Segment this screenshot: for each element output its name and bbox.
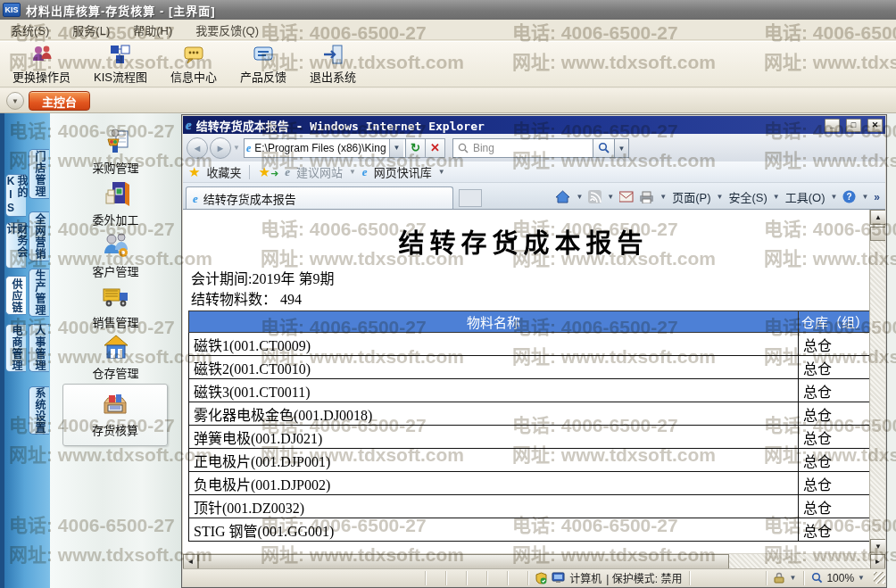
web-slice-gallery-button[interactable]: 网页快讯库 (374, 163, 432, 180)
inventory-accounting-icon (101, 390, 129, 418)
menu-system[interactable]: 系统(S) (11, 21, 49, 38)
close-button[interactable]: ✕ (867, 119, 883, 132)
search-placeholder: Bing (473, 142, 494, 154)
sidebar-item-my-kis[interactable]: 我的KIS (5, 174, 26, 217)
material-name-cell: 磁铁2(001.CT0010) (189, 356, 799, 379)
new-tab-stub[interactable] (459, 189, 482, 207)
module-procurement[interactable]: 采购管理 (50, 128, 181, 176)
address-field[interactable]: e E:\Program Files (x86)\Kingdee\K3ERP\K… (244, 138, 406, 158)
scroll-up-button[interactable]: ▲ (870, 210, 885, 225)
switch-operator-button[interactable]: 更换操作员 (7, 41, 76, 87)
sales-icon (102, 282, 130, 311)
sidebar-item-online-marketing[interactable]: 全网营销 (29, 211, 49, 261)
scrollbar-thumb[interactable] (870, 227, 885, 241)
chevron-down-icon: ▼ (438, 168, 445, 176)
module-outsourcing[interactable]: 委外加工 (50, 179, 181, 228)
chevron-down-icon: ▼ (717, 193, 724, 201)
chevron-down-icon[interactable]: ▼ (576, 193, 583, 201)
back-arrow-icon: ◄ (193, 143, 203, 153)
print-icon[interactable] (639, 191, 654, 203)
warehouse-cell: 总仓 (799, 472, 872, 495)
menu-service[interactable]: 服务(L) (72, 21, 110, 38)
product-feedback-icon (252, 43, 275, 66)
safety-menu-button[interactable]: 安全(S) (728, 188, 767, 205)
sidebar-item-finance-accounting[interactable]: 财务会计 (5, 222, 26, 269)
more-commands-chevron[interactable]: » (874, 191, 880, 203)
divider (249, 165, 250, 179)
report-table: 物料名称 仓库（组） 磁铁1(001.CT0009)总仓 磁铁2(001.CT0… (188, 311, 872, 542)
sidebar-item-supply-chain[interactable]: 供应链 (5, 276, 26, 315)
address-dropdown-button[interactable]: ▼ (389, 139, 403, 157)
tab-console[interactable]: 主控台 (29, 91, 90, 111)
stop-button[interactable]: ✕ (426, 138, 445, 158)
page-menu-button[interactable]: 页面(P) (672, 188, 710, 205)
column-header-material: 物料名称 (189, 311, 799, 333)
home-icon[interactable] (555, 190, 570, 203)
green-arrow-icon: ➜ (270, 168, 278, 178)
zoom-control[interactable]: 100% ▼ (804, 572, 872, 584)
warehouse-cell: 总仓 (799, 495, 872, 518)
kis-flowchart-button[interactable]: KIS流程图 (88, 41, 153, 87)
ie-tab-row: e 结转存货成本报告 ▼ ▼ ▼ 页面(P)▼ 安全(S)▼ 工具(O)▼ ?▼… (183, 183, 885, 209)
module-label: 客户管理 (92, 262, 138, 279)
module-inventory-accounting[interactable]: 存货核算 (62, 384, 168, 446)
material-name-cell: STIG 钢管(001.GG001) (189, 518, 799, 542)
privacy-section[interactable]: ▼ (767, 571, 804, 585)
svg-text:?: ? (847, 192, 852, 202)
scroll-down-button[interactable]: ▼ (870, 539, 885, 553)
procurement-icon (102, 128, 130, 156)
read-mail-icon[interactable] (619, 191, 634, 203)
horizontal-scrollbar[interactable]: ◄ ► (183, 554, 885, 569)
search-input[interactable]: Bing (452, 138, 593, 158)
status-section (426, 571, 446, 585)
product-feedback-button[interactable]: 产品反馈 (235, 41, 292, 87)
warehouse-cell: 总仓 (799, 449, 872, 472)
tools-menu-button[interactable]: 工具(O) (785, 188, 825, 205)
material-name-cell: 磁铁3(001.CT0011) (189, 379, 799, 402)
sidebar-item-store-management[interactable]: 门店管理 (29, 149, 49, 199)
chevron-down-icon[interactable]: ▼ (607, 193, 614, 201)
table-row: 磁铁2(001.CT0010)总仓 (189, 356, 872, 379)
tab-report[interactable]: e 结转存货成本报告 (186, 186, 453, 209)
refresh-icon: ↻ (411, 141, 420, 154)
chevron-down-icon[interactable]: ▼ (660, 193, 667, 201)
minimize-button[interactable]: _ (825, 119, 840, 132)
scroll-right-button[interactable]: ► (870, 554, 885, 569)
ie-favicon: e (285, 166, 290, 178)
message-center-button[interactable]: 信息中心 (165, 41, 222, 87)
tab-dropdown-button[interactable]: ▼ (6, 92, 24, 110)
menu-feedback[interactable]: 我要反馈(Q) (195, 21, 259, 38)
module-sales[interactable]: 销售管理 (50, 282, 181, 330)
sidebar-item-production-management[interactable]: 生产管理 (29, 269, 49, 317)
sidebar-item-system-settings[interactable]: 系统设置 (29, 386, 49, 435)
rss-feed-icon[interactable] (588, 190, 601, 203)
favorites-button[interactable]: 收藏夹 (206, 163, 241, 180)
ie-favicon: e (362, 166, 368, 178)
status-section (446, 571, 467, 585)
scrollbar-thumb[interactable] (198, 554, 729, 569)
maximize-button[interactable]: □ (846, 119, 861, 132)
help-icon[interactable]: ? (842, 190, 856, 203)
vertical-scrollbar[interactable]: ▲ ▼ (869, 210, 885, 553)
resize-grip[interactable] (874, 572, 885, 584)
add-favorite-button[interactable]: ★➜ (258, 165, 278, 179)
app-toolbar: 更换操作员 KIS流程图 信息中心 产品反馈 退出系统 (0, 41, 896, 87)
menu-help[interactable]: 帮助(H) (133, 21, 172, 38)
suggested-sites-button[interactable]: 建议网站 (296, 163, 343, 180)
sidebar-item-ecommerce[interactable]: 电商管理 (5, 324, 26, 372)
forward-button[interactable]: ► (210, 137, 231, 159)
search-go-button[interactable] (593, 138, 615, 158)
warehouse-cell: 总仓 (799, 379, 872, 402)
scroll-left-button[interactable]: ◄ (183, 554, 198, 569)
exit-system-button[interactable]: 退出系统 (304, 41, 361, 87)
chevron-down-icon[interactable]: ▼ (861, 193, 868, 201)
sidebar-item-hr-management[interactable]: 人事管理 (29, 324, 49, 372)
back-button[interactable]: ◄ (187, 137, 208, 159)
message-center-icon (182, 43, 205, 66)
history-dropdown-icon[interactable]: ▼ (233, 144, 240, 152)
search-options-dropdown[interactable]: ▼ (615, 138, 629, 158)
refresh-button[interactable]: ↻ (406, 138, 426, 158)
module-warehouse[interactable]: 仓存管理 (50, 333, 181, 381)
zoom-magnifier-icon (811, 572, 823, 584)
module-customer[interactable]: 客户管理 (50, 231, 181, 279)
